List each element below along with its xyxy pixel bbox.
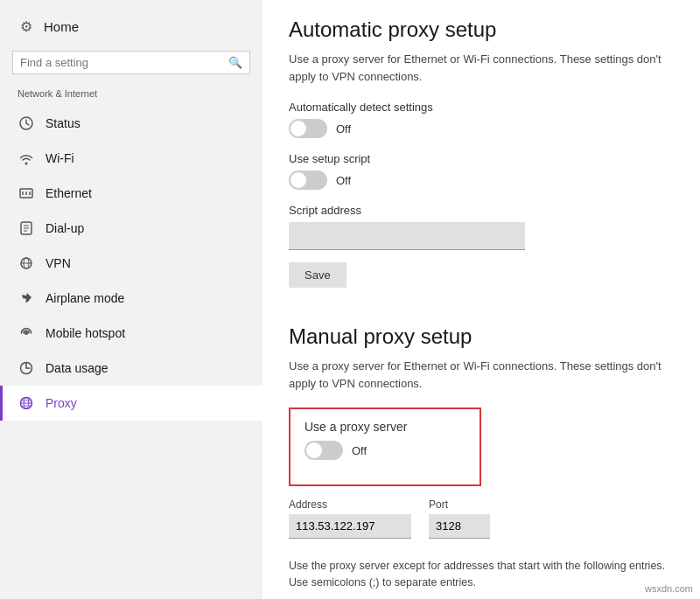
script-address-label: Script address	[289, 204, 674, 217]
search-input[interactable]	[20, 56, 223, 69]
ethernet-icon	[18, 185, 35, 202]
auto-detect-toggle-knob	[290, 121, 306, 136]
sidebar-item-label: Wi-Fi	[46, 151, 74, 165]
svg-point-12	[24, 331, 28, 335]
sidebar-item-label: Ethernet	[46, 186, 92, 200]
sidebar: ⚙ Home 🔍 Network & Internet Status Wi-Fi…	[0, 0, 262, 599]
hotspot-icon	[18, 324, 35, 342]
auto-proxy-desc: Use a proxy server for Ethernet or Wi-Fi…	[289, 51, 674, 85]
search-icon: 🔍	[228, 56, 242, 69]
proxy-server-toggle-row: Off	[304, 441, 466, 460]
address-port-row: Address Port	[289, 498, 674, 539]
sidebar-item-label: Mobile hotspot	[46, 326, 125, 340]
sidebar-item-hotspot[interactable]: Mobile hotspot	[0, 316, 262, 351]
home-label: Home	[44, 19, 79, 34]
wifi-icon	[18, 150, 35, 167]
sidebar-item-dialup[interactable]: Dial-up	[0, 211, 262, 246]
dialup-icon	[18, 219, 35, 237]
port-label: Port	[429, 498, 490, 511]
address-field-group: Address	[289, 498, 411, 539]
sidebar-item-label: Dial-up	[46, 221, 84, 235]
sidebar-item-vpn[interactable]: VPN	[0, 246, 262, 281]
sidebar-home[interactable]: ⚙ Home	[0, 9, 262, 44]
sidebar-item-wifi[interactable]: Wi-Fi	[0, 141, 262, 176]
use-script-toggle-knob	[290, 172, 306, 188]
proxy-server-toggle[interactable]	[304, 441, 343, 460]
sidebar-item-ethernet[interactable]: Ethernet	[0, 176, 262, 211]
use-script-toggle-row: Off	[289, 171, 674, 190]
auto-detect-toggle[interactable]	[289, 119, 327, 138]
manual-proxy-desc: Use a proxy server for Ethernet or Wi-Fi…	[289, 358, 674, 392]
main-content: Automatic proxy setup Use a proxy server…	[262, 0, 700, 599]
sidebar-item-label: VPN	[46, 256, 71, 270]
port-input[interactable]	[429, 514, 490, 539]
sidebar-item-label: Proxy	[46, 396, 77, 410]
use-script-label: Use setup script	[289, 152, 674, 165]
airplane-icon	[18, 289, 35, 307]
sidebar-item-proxy[interactable]: Proxy	[0, 386, 262, 421]
proxy-server-label: Use a proxy server	[304, 420, 466, 434]
sidebar-item-label: Airplane mode	[46, 291, 124, 305]
status-icon	[18, 115, 35, 132]
sidebar-item-label: Status	[46, 116, 80, 130]
auto-detect-status: Off	[336, 122, 351, 136]
auto-detect-label: Automatically detect settings	[289, 101, 674, 114]
search-box: 🔍	[12, 51, 250, 74]
use-script-status: Off	[336, 174, 351, 187]
save-button[interactable]: Save	[289, 262, 346, 288]
watermark: wsxdn.com	[645, 583, 693, 594]
vpn-icon	[18, 254, 35, 272]
section-label: Network & Internet	[0, 85, 262, 106]
globe-icon	[18, 394, 35, 412]
script-address-input[interactable]	[289, 222, 525, 250]
address-input[interactable]	[289, 514, 411, 539]
sidebar-item-label: Data usage	[46, 361, 108, 375]
proxy-server-status: Off	[352, 444, 367, 457]
port-field-group: Port	[429, 498, 490, 539]
address-label: Address	[289, 498, 411, 511]
auto-proxy-title: Automatic proxy setup	[289, 17, 674, 42]
sidebar-item-status[interactable]: Status	[0, 106, 262, 141]
sidebar-item-airplane[interactable]: Airplane mode	[0, 281, 262, 316]
proxy-server-box: Use a proxy server Off	[289, 407, 481, 486]
datausage-icon	[18, 359, 35, 377]
manual-proxy-title: Manual proxy setup	[289, 324, 674, 349]
sidebar-item-datausage[interactable]: Data usage	[0, 351, 262, 386]
use-script-toggle[interactable]	[289, 171, 327, 190]
proxy-server-toggle-knob	[306, 442, 322, 458]
bottom-note: Use the proxy server except for addresse…	[289, 558, 674, 591]
auto-detect-toggle-row: Off	[289, 119, 674, 138]
home-icon: ⚙	[18, 17, 35, 35]
